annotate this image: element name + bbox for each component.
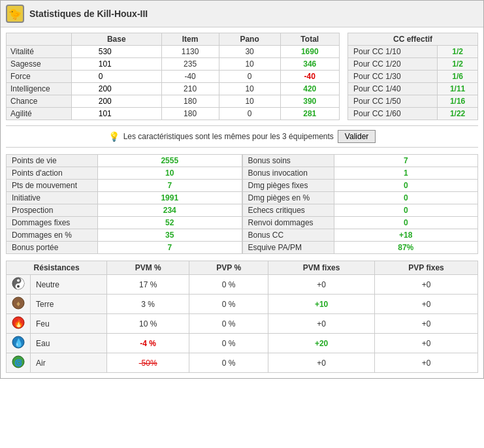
element-icon: 💧 [7, 334, 31, 353]
stat-pano: 0 [219, 108, 280, 120]
pvm-fix: +10 [268, 295, 375, 314]
cc-label: Pour CC 1/60 [348, 108, 438, 120]
pvm-pct: -50% [107, 353, 189, 373]
resist-col-header: PVP fixes [375, 261, 478, 275]
sec-value: 10 [98, 167, 242, 180]
sec-value: 7 [98, 180, 242, 192]
cc-value: 1/6 [438, 71, 478, 83]
page-title: Statistiques de Kill-Houx-III [29, 8, 148, 19]
cc-value: 1/11 [438, 83, 478, 95]
col-total: Total [280, 33, 339, 46]
cc-header: CC effectif [348, 33, 478, 46]
cc-label: Pour CC 1/40 [348, 83, 438, 95]
sec-value: 0 [334, 180, 478, 192]
svg-text:💧: 💧 [14, 338, 24, 347]
sec-label: Dommages en % [7, 229, 98, 242]
sec-label: Dommages fixes [7, 217, 98, 229]
pvp-fix: +0 [375, 314, 478, 334]
stat-label: Agilité [7, 108, 72, 120]
col-label [7, 33, 72, 46]
character-icon: 🐤 [6, 5, 24, 23]
main-window: 🐤 Statistiques de Kill-Houx-III Base Ite… [0, 0, 484, 379]
main-stats-table: Base Item Pano Total Vitalité1130301690S… [6, 33, 340, 120]
stat-total: 281 [280, 108, 339, 120]
pvp-fix: +0 [375, 334, 478, 353]
stat-item: 1130 [161, 46, 219, 58]
pvp-pct: 0 % [189, 275, 268, 295]
sec-label: Prospection [7, 204, 98, 217]
stat-base[interactable] [72, 95, 162, 108]
header: 🐤 Statistiques de Kill-Houx-III [1, 1, 483, 27]
stat-total: 346 [280, 58, 339, 71]
element-icon: 🌀 [7, 353, 31, 373]
pvm-pct: -4 % [107, 334, 189, 353]
sec-value: 2555 [98, 155, 242, 167]
sec-label: Dmg pièges fixes [242, 180, 334, 192]
sec-value: 87% [334, 242, 478, 254]
sec-label: Points d'action [7, 167, 98, 180]
stat-base[interactable] [72, 108, 162, 120]
pvm-fix: +0 [268, 314, 375, 334]
stat-label: Force [7, 71, 72, 83]
resist-col-header: PVM fixes [268, 261, 375, 275]
stat-total: 390 [280, 95, 339, 108]
pvm-pct: 3 % [107, 295, 189, 314]
notice-bar: 💡 Les caractéristiques sont les mêmes po… [6, 125, 478, 148]
stat-item: 235 [161, 58, 219, 71]
sec-value: 7 [98, 242, 242, 254]
resist-col-header: PVM % [107, 261, 189, 275]
element-icon: ♦ [7, 295, 31, 314]
stat-pano: 30 [219, 46, 280, 58]
svg-text:🔥: 🔥 [14, 318, 24, 328]
sec-label: Echecs critiques [242, 204, 334, 217]
sec-label: Dmg pièges en % [242, 192, 334, 204]
col-item: Item [161, 33, 219, 46]
secondary-right-table: Bonus soins7Bonus invocation1Dmg pièges … [242, 154, 479, 254]
stat-pano: 10 [219, 58, 280, 71]
col-base: Base [72, 33, 162, 46]
svg-point-1 [17, 280, 20, 282]
element-name: Terre [31, 295, 107, 314]
pvp-pct: 0 % [189, 353, 268, 373]
stat-base[interactable] [72, 83, 162, 95]
stats-section: Base Item Pano Total Vitalité1130301690S… [6, 33, 478, 120]
stat-total: 1690 [280, 46, 339, 58]
pvm-pct: 17 % [107, 275, 189, 295]
sec-value: 1991 [98, 192, 242, 204]
sec-value: 1 [334, 167, 478, 180]
stat-label: Vitalité [7, 46, 72, 58]
cc-label: Pour CC 1/20 [348, 58, 438, 71]
secondary-stats-section: Points de vie2555Points d'action10Pts de… [6, 154, 478, 254]
cc-label: Pour CC 1/30 [348, 71, 438, 83]
stat-total: -40 [280, 71, 339, 83]
stat-item: 180 [161, 108, 219, 120]
cc-value: 1/22 [438, 108, 478, 120]
pvp-fix: +0 [375, 275, 478, 295]
sec-value: 0 [334, 192, 478, 204]
sec-label: Esquive PA/PM [242, 242, 334, 254]
stat-base[interactable] [72, 58, 162, 71]
resist-col-header: Résistances [7, 261, 107, 275]
sec-label: Bonus invocation [242, 167, 334, 180]
cc-value: 1/2 [438, 46, 478, 58]
element-name: Feu [31, 314, 107, 334]
cc-value: 1/2 [438, 58, 478, 71]
sec-label: Renvoi dommages [242, 217, 334, 229]
element-icon [7, 275, 31, 295]
cc-table: CC effectif Pour CC 1/101/2Pour CC 1/201… [347, 33, 478, 120]
sec-value: 35 [98, 229, 242, 242]
col-pano: Pano [219, 33, 280, 46]
stat-total: 420 [280, 83, 339, 95]
resistances-table: RésistancesPVM %PVP %PVM fixesPVP fixes … [6, 261, 478, 373]
pvp-pct: 0 % [189, 314, 268, 334]
stat-base[interactable] [72, 46, 162, 58]
sec-label: Initiative [7, 192, 98, 204]
stat-label: Sagesse [7, 58, 72, 71]
sec-label: Pts de mouvement [7, 180, 98, 192]
valider-button[interactable]: Valider [338, 130, 376, 143]
stat-item: 210 [161, 83, 219, 95]
stat-base[interactable] [72, 71, 162, 83]
stat-item: 180 [161, 95, 219, 108]
pvm-fix: +20 [268, 334, 375, 353]
pvp-pct: 0 % [189, 334, 268, 353]
